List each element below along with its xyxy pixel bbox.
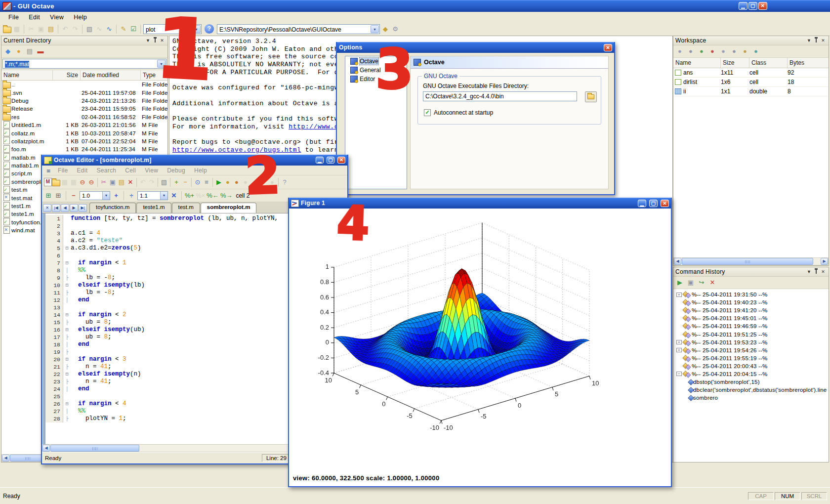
menu-file[interactable]: File bbox=[54, 167, 72, 174]
scroll-left-icon[interactable]: ◀ bbox=[674, 258, 681, 265]
file-row[interactable]: res02-04-2011 16:58:52File Folder bbox=[1, 113, 167, 121]
maximize-button[interactable]: ▢ bbox=[327, 157, 334, 164]
history-item[interactable]: %-- 25-04-2011 19:51:25 --% bbox=[673, 330, 829, 338]
close-doc-icon[interactable]: ⊖ bbox=[78, 178, 87, 187]
tree-item-editor[interactable]: Editor bbox=[345, 75, 407, 83]
save-icon[interactable]: ▦ bbox=[60, 178, 69, 187]
paste-icon[interactable]: ▤ bbox=[117, 178, 126, 187]
close-icon[interactable]: ✕ bbox=[160, 38, 164, 43]
history-item[interactable]: dbclear('sombreroplot',dbstatus('sombrer… bbox=[673, 386, 829, 394]
run-selected-icon[interactable]: ▶ bbox=[675, 278, 684, 287]
menu-file[interactable]: File bbox=[4, 13, 23, 22]
minimize-button[interactable]: ▁ bbox=[739, 2, 747, 10]
refresh-workspace-icon[interactable]: ● bbox=[751, 47, 760, 56]
goto-line-icon[interactable]: ≡ bbox=[202, 178, 211, 187]
fold-icon[interactable]: ⊟ bbox=[63, 356, 71, 363]
cell-add-icon[interactable]: %+ bbox=[185, 191, 194, 200]
history-item[interactable]: %-- 25-04-2011 19:41:20 --% bbox=[673, 306, 829, 314]
cut-icon[interactable]: ✂ bbox=[99, 178, 108, 187]
last-tab-icon[interactable]: ▶| bbox=[79, 204, 87, 212]
chevron-down-icon[interactable]: ▼ bbox=[157, 60, 166, 68]
close-tab-icon[interactable]: ✕ bbox=[43, 204, 51, 212]
maximize-button[interactable]: ▢ bbox=[649, 200, 658, 207]
copy-icon[interactable]: ▣ bbox=[37, 25, 45, 34]
prev-tab-icon[interactable]: ◀ bbox=[61, 204, 69, 212]
import-variable-icon[interactable]: ● bbox=[697, 47, 706, 56]
file-row[interactable]: collatzplot.m1 KB07-04-2011 22:52:04M Fi… bbox=[1, 137, 167, 145]
insert-cell-below-icon[interactable]: ⊞ bbox=[54, 191, 63, 200]
file-row[interactable]: Debug24-03-2011 21:13:26File Folder bbox=[1, 97, 167, 105]
divide-scale-icon[interactable]: ÷ bbox=[127, 191, 136, 200]
col-type[interactable]: Type bbox=[141, 70, 167, 80]
notes-icon[interactable]: ✎ bbox=[119, 25, 128, 34]
tab-test.m[interactable]: test.m bbox=[172, 203, 200, 213]
pin-icon[interactable] bbox=[155, 39, 156, 42]
scroll-left-icon[interactable]: ◀ bbox=[42, 445, 50, 452]
close-icon[interactable]: ✕ bbox=[821, 38, 825, 43]
menu-view[interactable]: View bbox=[45, 13, 68, 22]
cell-next-icon[interactable]: %→ bbox=[220, 191, 233, 200]
fold-icon[interactable]: ⊟ bbox=[63, 371, 71, 378]
variable-row[interactable]: ii1x1double8 bbox=[673, 87, 829, 96]
expand-icon[interactable]: − bbox=[676, 372, 682, 376]
fold-icon[interactable]: ⊟ bbox=[63, 259, 71, 267]
undo-icon[interactable]: ↶ bbox=[138, 178, 147, 187]
history-item[interactable]: sombrero bbox=[673, 394, 829, 402]
rename-variable-icon[interactable]: ● bbox=[730, 47, 739, 56]
horizontal-scrollbar[interactable]: ◀ ▶ bbox=[673, 257, 829, 265]
options-icon[interactable]: ☑ bbox=[129, 25, 138, 34]
scroll-left-icon[interactable]: ◀ bbox=[2, 455, 9, 462]
open-icon[interactable] bbox=[3, 27, 11, 33]
close-button[interactable]: ✕ bbox=[758, 2, 767, 10]
browse-icon[interactable]: ◆ bbox=[3, 47, 12, 56]
disconnect-icon[interactable]: ∿ bbox=[95, 25, 104, 34]
menu-edit[interactable]: Edit bbox=[73, 167, 92, 174]
remove-icon[interactable]: ▬ bbox=[36, 47, 45, 56]
cut-icon[interactable]: ✂ bbox=[27, 25, 36, 34]
history-item[interactable]: %-- 25-04-2011 19:45:01 --% bbox=[673, 314, 829, 322]
step-icon[interactable]: ● bbox=[241, 178, 250, 187]
col-name[interactable]: Name bbox=[673, 58, 721, 68]
save-all-icon[interactable]: ▦ bbox=[69, 178, 78, 187]
autoconnect-checkbox[interactable]: ✓ bbox=[424, 109, 431, 116]
history-item[interactable]: −%-- 25-04-2011 20:04:15 --% bbox=[673, 370, 829, 378]
set-path-icon[interactable]: ⚙︎ bbox=[391, 25, 400, 34]
browse-folder-button[interactable] bbox=[585, 91, 597, 102]
history-item[interactable]: +%-- 25-04-2011 19:53:23 --% bbox=[673, 338, 829, 346]
decrease-scale-icon[interactable]: − bbox=[69, 191, 78, 200]
pin-icon[interactable] bbox=[816, 270, 817, 274]
find-icon[interactable]: ⊙ bbox=[193, 178, 202, 187]
copy-command-icon[interactable]: ▣ bbox=[686, 278, 695, 287]
menu-cell[interactable]: Cell bbox=[121, 167, 140, 174]
expand-icon[interactable]: + bbox=[676, 340, 682, 344]
browse-path-icon[interactable]: ◆ bbox=[381, 25, 390, 34]
history-item[interactable]: dbstop('sombreroplot',15) bbox=[673, 378, 829, 386]
history-item[interactable]: %-- 25-04-2011 19:40:23 --% bbox=[673, 298, 829, 306]
chevron-down-icon[interactable]: ▼ bbox=[807, 38, 811, 43]
up-directory-icon[interactable]: ● bbox=[14, 47, 23, 56]
help-icon[interactable]: ? bbox=[280, 178, 289, 187]
variable-row[interactable]: ans1x11cell92 bbox=[673, 68, 829, 78]
debug-icon[interactable]: ● bbox=[223, 178, 232, 187]
duplicate-variable-icon[interactable]: ● bbox=[719, 47, 728, 56]
history-item[interactable]: %-- 25-04-2011 20:00:43 --% bbox=[673, 362, 829, 370]
scale1-combo[interactable]: 1.0▼ bbox=[80, 191, 110, 200]
file-row[interactable]: collatz.m1 KB10-03-2011 20:58:47M File bbox=[1, 129, 167, 137]
history-item[interactable]: %-- 25-04-2011 19:55:19 --% bbox=[673, 354, 829, 362]
menu-help[interactable]: Help bbox=[69, 13, 91, 22]
tab-sombreroplot.m[interactable]: sombreroplot.m bbox=[201, 203, 257, 213]
fold-icon[interactable]: ⊟ bbox=[63, 245, 71, 252]
open-icon[interactable] bbox=[52, 180, 60, 186]
redo-icon[interactable]: ↷ bbox=[147, 178, 156, 187]
load-workspace-icon[interactable]: ● bbox=[675, 47, 684, 56]
file-row[interactable]: Release23-04-2011 15:59:05File Folder bbox=[1, 105, 167, 113]
col-size[interactable]: Size bbox=[53, 70, 81, 80]
step-in-icon[interactable]: ● bbox=[250, 178, 259, 187]
scroll-right-icon[interactable]: ▶ bbox=[821, 258, 828, 265]
menu-view[interactable]: View bbox=[141, 167, 162, 174]
maximize-button[interactable]: ▢ bbox=[748, 2, 757, 10]
path-combo[interactable]: E:\SVNRepository\Pessoal\Octave\GUIOctav… bbox=[217, 24, 380, 34]
close-button[interactable]: ✕ bbox=[337, 157, 345, 164]
delete-history-icon[interactable]: ✕ bbox=[708, 278, 717, 287]
history-item[interactable]: %-- 25-04-2011 19:46:59 --% bbox=[673, 322, 829, 330]
